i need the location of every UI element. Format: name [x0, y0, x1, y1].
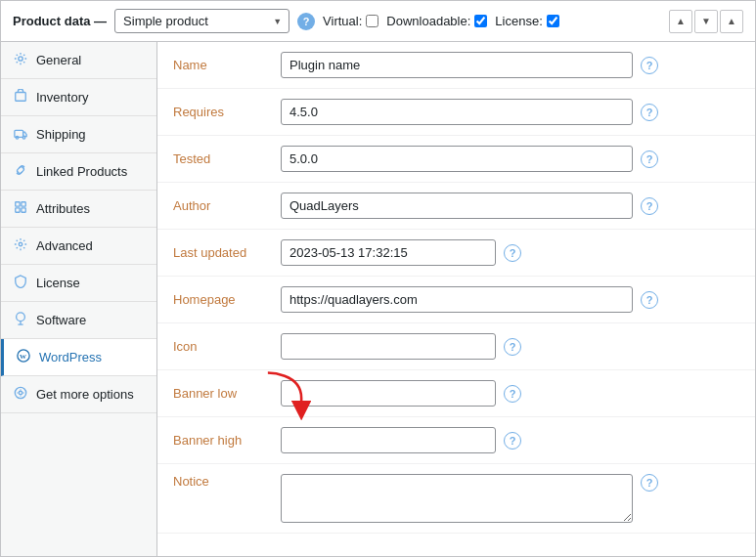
field-label-requires: Requires	[173, 105, 281, 119]
field-input-wrapper-requires: ?	[281, 99, 739, 125]
svg-point-13	[15, 387, 25, 398]
inventory-icon	[13, 89, 28, 106]
license-sidebar-icon	[13, 275, 28, 291]
sidebar-item-attributes[interactable]: Attributes	[1, 191, 156, 228]
field-input-wrapper-author: ?	[281, 193, 739, 219]
field-label-banner-low: Banner low	[173, 386, 281, 401]
icon-help-icon[interactable]: ?	[504, 338, 521, 356]
nav-arrows: ▲ ▼ ▲	[669, 10, 743, 33]
tested-help-icon[interactable]: ?	[641, 150, 658, 168]
field-row-banner-high: Banner high ?	[157, 417, 755, 464]
field-label-name: Name	[173, 58, 281, 72]
name-help-icon[interactable]: ?	[641, 57, 658, 74]
virtual-checkbox-group: Virtual:	[323, 14, 378, 28]
nav-down-button[interactable]: ▼	[694, 10, 718, 33]
field-label-tested: Tested	[173, 151, 281, 166]
nav-up-button[interactable]: ▲	[669, 10, 692, 33]
sidebar-get-more-label: Get more options	[36, 387, 134, 402]
product-data-label: Product data —	[13, 14, 107, 28]
field-label-banner-high: Banner high	[173, 433, 281, 448]
sidebar: General Inventory	[1, 42, 157, 556]
sidebar-item-get-more-options[interactable]: Get more options	[1, 376, 156, 413]
general-icon	[13, 52, 28, 68]
svg-text:W: W	[20, 353, 26, 361]
svg-point-12	[19, 391, 22, 395]
homepage-input[interactable]	[281, 286, 633, 313]
license-label: License:	[495, 14, 542, 28]
sidebar-item-linked-products[interactable]: Linked Products	[1, 153, 156, 191]
field-row-author: Author ?	[157, 183, 755, 230]
sidebar-item-inventory[interactable]: Inventory	[1, 79, 156, 116]
product-type-help-icon[interactable]: ?	[297, 13, 315, 30]
field-row-notice: Notice ?	[157, 464, 755, 534]
product-data-panel: Product data — Simple product Grouped pr…	[0, 0, 756, 557]
field-row-name: Name ?	[157, 42, 755, 89]
name-input[interactable]	[281, 52, 633, 78]
field-input-wrapper-banner-low: ?	[281, 380, 739, 407]
svg-point-0	[19, 57, 22, 61]
field-label-icon: Icon	[173, 339, 281, 354]
field-row-homepage: Homepage ?	[157, 277, 755, 323]
sidebar-item-software[interactable]: Software	[1, 302, 156, 339]
field-row-icon: Icon ?	[157, 323, 755, 370]
author-help-icon[interactable]: ?	[641, 197, 658, 215]
virtual-checkbox[interactable]	[366, 15, 378, 27]
field-input-wrapper-banner-high: ?	[281, 427, 739, 453]
notice-help-icon[interactable]: ?	[641, 474, 658, 492]
sidebar-wordpress-label: WordPress	[39, 350, 102, 364]
homepage-help-icon[interactable]: ?	[641, 291, 658, 309]
product-data-body: General Inventory	[1, 42, 755, 556]
product-type-select[interactable]: Simple product Grouped product External/…	[114, 9, 289, 33]
svg-rect-5	[16, 202, 20, 206]
field-label-author: Author	[173, 198, 281, 213]
tested-input[interactable]	[281, 146, 633, 172]
shipping-icon	[13, 126, 28, 143]
field-label-homepage: Homepage	[173, 292, 281, 307]
sidebar-software-label: Software	[36, 313, 86, 327]
attributes-icon	[13, 200, 28, 217]
banner-high-help-icon[interactable]: ?	[504, 432, 521, 450]
downloadable-checkbox[interactable]	[474, 15, 487, 27]
svg-rect-2	[15, 130, 23, 137]
banner-low-help-icon[interactable]: ?	[504, 385, 521, 403]
product-data-header: Product data — Simple product Grouped pr…	[1, 1, 755, 42]
field-input-wrapper-tested: ?	[281, 146, 739, 172]
author-input[interactable]	[281, 193, 633, 219]
sidebar-item-shipping[interactable]: Shipping	[1, 116, 156, 153]
sidebar-item-general[interactable]: General	[1, 42, 156, 79]
notice-input[interactable]	[281, 474, 633, 523]
advanced-icon	[13, 237, 28, 254]
svg-point-9	[19, 242, 22, 246]
svg-rect-8	[22, 208, 25, 212]
sidebar-advanced-label: Advanced	[36, 238, 93, 253]
nav-expand-button[interactable]: ▲	[720, 10, 743, 33]
field-label-last-updated: Last updated	[173, 245, 281, 260]
sidebar-item-wordpress[interactable]: W WordPress	[1, 339, 156, 376]
banner-low-input[interactable]	[281, 380, 496, 407]
field-row-last-updated: Last updated ?	[157, 230, 755, 277]
field-input-wrapper-icon: ?	[281, 333, 739, 360]
banner-high-input[interactable]	[281, 427, 496, 453]
wordpress-icon: W	[16, 349, 31, 365]
sidebar-general-label: General	[36, 53, 81, 67]
field-input-wrapper-homepage: ?	[281, 286, 739, 313]
sidebar-item-license[interactable]: License	[1, 265, 156, 302]
virtual-label: Virtual:	[323, 14, 362, 28]
license-checkbox[interactable]	[547, 15, 559, 27]
svg-rect-6	[22, 202, 25, 206]
icon-input[interactable]	[281, 333, 496, 360]
license-checkbox-group: License:	[495, 14, 558, 28]
sidebar-inventory-label: Inventory	[36, 90, 88, 105]
sidebar-shipping-label: Shipping	[36, 127, 86, 142]
field-row-banner-low: Banner low ?	[157, 370, 755, 417]
svg-rect-1	[16, 93, 26, 102]
field-row-requires: Requires ?	[157, 89, 755, 136]
sidebar-item-advanced[interactable]: Advanced	[1, 228, 156, 265]
requires-input[interactable]	[281, 99, 633, 125]
field-input-wrapper-notice: ?	[281, 474, 739, 523]
svg-point-4	[22, 137, 25, 140]
last-updated-input[interactable]	[281, 239, 496, 266]
software-icon	[13, 312, 28, 328]
requires-help-icon[interactable]: ?	[641, 104, 658, 121]
last-updated-help-icon[interactable]: ?	[504, 244, 521, 262]
